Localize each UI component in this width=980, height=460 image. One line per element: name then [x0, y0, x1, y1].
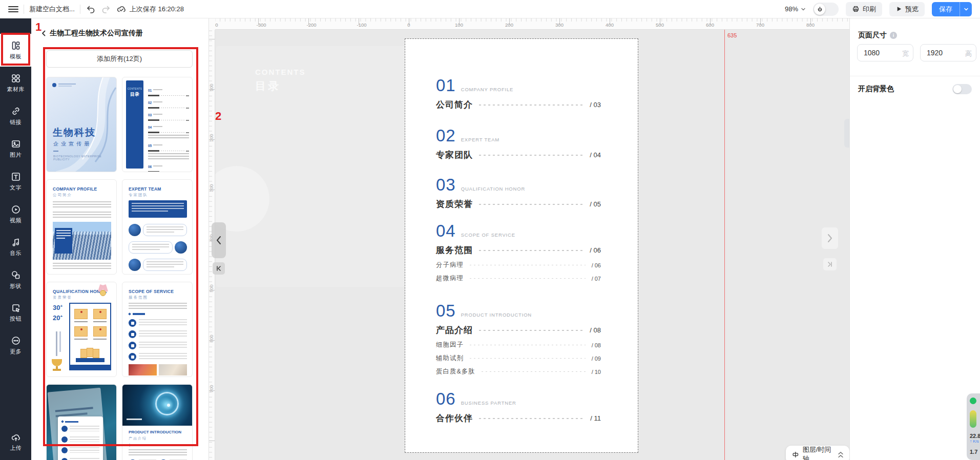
template-thumb-qualification-honor[interactable]: QUALIFICATION HONOR 资质荣誉 30+ 20+ — [46, 282, 117, 377]
thumb-title-en: EXPERT TEAM — [129, 186, 161, 192]
artboard-page[interactable]: 01COMPANY PROFILE 公司简介/ 03 02EXPERT TEAM… — [405, 39, 638, 452]
sidebar-item-text[interactable]: 文字 — [0, 165, 31, 198]
sidebar-item-assets[interactable]: 素材库 — [0, 67, 31, 99]
expert-card — [129, 241, 173, 254]
next-page-button[interactable] — [822, 227, 838, 249]
intro-blue-box — [129, 200, 187, 218]
video-icon — [11, 204, 21, 215]
sidebar-item-upload[interactable]: 上传 — [0, 427, 31, 457]
toc-item-01[interactable]: 01COMPANY PROFILE 公司简介/ 03 — [436, 76, 601, 111]
touch-mode-toggle[interactable] — [813, 3, 839, 16]
preview-button[interactable]: 预览 — [889, 2, 925, 16]
toc-item-05[interactable]: 05PRODUCT INTRODUCTION 产品介绍/ 08 细胞因子/ 08… — [436, 301, 601, 376]
page-size-section: 页面尺寸 i — [858, 31, 897, 40]
layers-timeline-icon — [792, 451, 799, 458]
redo-icon[interactable] — [101, 4, 111, 14]
sidebar-item-video[interactable]: 视频 — [0, 198, 31, 231]
toc-item-04[interactable]: 04SCOPE OF SERVICE 服务范围/ 06 分子病理/ 06 超微病… — [436, 221, 601, 283]
toc-cn: 资质荣誉 — [436, 198, 473, 210]
panel-header[interactable]: 生物工程生物技术公司宣传册 — [40, 29, 200, 38]
toc-item-02[interactable]: 02EXPERT TEAM 专家团队/ 04 — [436, 126, 601, 161]
divider — [53, 151, 58, 152]
template-thumb-scope-of-service[interactable]: SCOPE OF SERVICE 服务范围 — [122, 282, 193, 377]
upload-cloud-icon — [11, 432, 21, 443]
expert-avatar — [129, 259, 141, 271]
panel-collapse-handle[interactable] — [844, 119, 849, 148]
undo-icon[interactable] — [86, 4, 96, 14]
divider — [850, 76, 980, 76]
toc-sub-cn: 细胞因子 — [436, 341, 464, 349]
dotted-leader — [479, 250, 583, 251]
template-thumb-cover[interactable]: 生物科技 企业宣传册 BIOTECHNOLOGY ENTERPRISE PUBL… — [46, 77, 117, 172]
chevron-right-icon — [826, 233, 833, 243]
sidebar-item-label: 模板 — [10, 53, 22, 60]
toc-sub-cn: 蛋白质&多肽 — [436, 367, 475, 376]
shape-icon — [11, 270, 21, 280]
sidebar-item-shapes[interactable]: 形状 — [0, 263, 31, 296]
sidebar-item-label: 更多 — [10, 348, 22, 356]
prev-page-button[interactable] — [212, 222, 226, 258]
template-thumb-toc[interactable]: CONTENTS 目录 01 02 03 04 — [122, 77, 193, 172]
background-color-toggle[interactable] — [952, 84, 972, 94]
ruler-label: 200 — [209, 133, 214, 143]
add-all-pages-button[interactable]: 添加所有(12页) — [46, 50, 193, 68]
dotted-leader — [470, 265, 586, 266]
ruler-label: -200 — [306, 22, 316, 28]
sidebar-item-templates[interactable]: 模板 — [0, 34, 31, 67]
toc-item-06[interactable]: 06BUSINESS PARTNER 合作伙伴/ 11 — [436, 389, 601, 424]
ruler-label: -100 — [357, 22, 366, 28]
toggle-knob — [953, 85, 962, 93]
first-page-button[interactable] — [213, 262, 225, 275]
ruler-label: 700 — [756, 22, 764, 28]
ruler-corner — [209, 18, 215, 30]
left-sidebar: 模板 素材库 链接 图片 文字 视频 音乐 形状 — [0, 18, 31, 460]
lab-photo — [129, 364, 157, 375]
expert-avatar — [129, 224, 141, 236]
chevron-down-icon — [964, 7, 969, 12]
horizontal-ruler: -400 -300 -200 -100 0 100 200 300 400 50… — [209, 18, 849, 30]
bullet-heading — [133, 444, 144, 446]
dotted-leader — [479, 104, 583, 106]
template-thumb-expert-team[interactable]: EXPERT TEAM 专家团队 — [122, 179, 193, 275]
ruler-label: 200 — [505, 22, 513, 28]
camera-icon — [61, 436, 68, 443]
zoom-control[interactable]: 98% — [785, 5, 806, 13]
dotted-leader — [479, 204, 583, 205]
chevron-down-icon — [801, 7, 806, 12]
info-icon[interactable]: i — [890, 32, 897, 39]
sidebar-item-images[interactable]: 图片 — [0, 132, 31, 165]
toc-cn: 产品介绍 — [436, 324, 473, 336]
layers-timeline-button[interactable]: 图层/时间轴 — [786, 446, 849, 460]
content-card — [58, 416, 103, 460]
sidebar-item-music[interactable]: 音乐 — [0, 231, 31, 263]
save-split-button[interactable]: 保存 — [932, 2, 972, 16]
template-thumb-water-page[interactable] — [46, 384, 117, 460]
menu-icon[interactable] — [8, 6, 18, 12]
toc-cn-title: 目录 — [126, 91, 143, 98]
save-button[interactable]: 保存 — [932, 2, 960, 16]
photo-caption-bar — [127, 419, 142, 420]
sidebar-item-more[interactable]: 更多 — [0, 329, 31, 362]
print-button[interactable]: 印刷 — [846, 2, 882, 16]
paragraph-placeholder — [129, 449, 187, 456]
briefcase-icon — [129, 330, 136, 338]
guide-line[interactable] — [724, 30, 725, 460]
paragraph-placeholder — [129, 303, 187, 310]
dotted-leader — [470, 358, 586, 359]
toc-page-number: / 04 — [590, 151, 601, 159]
save-dropdown[interactable] — [960, 2, 972, 16]
thumb-title-cn: 服务范围 — [129, 295, 148, 300]
logo-text-line — [58, 83, 76, 85]
canvas-area[interactable]: CONTENTS 目录 -400 -300 -200 -100 0 100 20… — [209, 18, 849, 460]
document-title[interactable]: 新建空白文档... — [29, 5, 75, 14]
cloud-check-icon — [116, 4, 127, 14]
sidebar-item-buttons[interactable]: 按钮 — [0, 296, 31, 329]
template-thumb-product-introduction[interactable]: PRODUCT INTRODUCTION 产品介绍 — [122, 384, 193, 460]
last-page-button[interactable] — [823, 258, 837, 270]
sidebar-item-links[interactable]: 链接 — [0, 99, 31, 132]
toc-item-03[interactable]: 03QUALIFICATION HONOR 资质荣誉/ 05 — [436, 175, 601, 210]
template-thumb-company-profile[interactable]: COMPANY PROFILE 公司简介 — [46, 179, 117, 275]
dotted-leader — [482, 371, 586, 372]
sidebar-item-label: 文字 — [10, 184, 22, 192]
card-heading — [61, 421, 99, 423]
